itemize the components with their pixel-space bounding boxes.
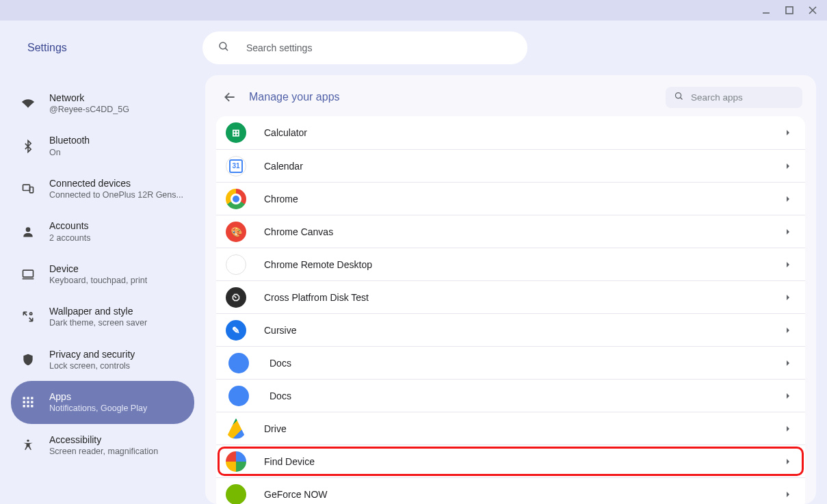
app-icon-geforce-now	[226, 484, 246, 505]
app-row-calendar[interactable]: 31Calendar	[216, 149, 805, 182]
app-row-docs-2[interactable]: Docs	[216, 379, 805, 412]
app-icon-chrome	[226, 189, 246, 209]
back-button[interactable]	[219, 86, 241, 108]
sidebar-item-subtitle: Notifications, Google Play	[49, 403, 147, 414]
svg-rect-17	[31, 401, 33, 403]
svg-rect-18	[23, 405, 25, 407]
chevron-right-icon	[785, 455, 791, 468]
sidebar-item-connected-devices[interactable]: Connected devicesConnected to OnePlus 12…	[11, 168, 194, 210]
svg-rect-7	[30, 187, 34, 193]
svg-rect-6	[23, 185, 30, 190]
connected-devices-icon	[21, 181, 36, 196]
chevron-right-icon	[785, 324, 791, 336]
app-icon-calendar: 31	[226, 156, 246, 176]
app-row-cross-platform-disk-test[interactable]: ⏲Cross Platfrom Disk Test	[216, 280, 805, 313]
svg-rect-20	[31, 405, 33, 407]
privacy-icon	[21, 352, 36, 367]
sidebar-item-wallpaper[interactable]: Wallpaper and styleDark theme, screen sa…	[11, 295, 194, 338]
sidebar-item-subtitle: On	[49, 147, 90, 158]
search-settings-input[interactable]	[246, 42, 512, 53]
svg-line-5	[225, 48, 228, 51]
svg-point-23	[676, 92, 681, 98]
app-name-label: Calculator	[264, 127, 767, 138]
search-apps[interactable]	[666, 87, 802, 108]
sidebar-item-subtitle: @Reyee-sC4DD_5G	[49, 104, 129, 115]
svg-line-24	[681, 97, 683, 99]
search-settings[interactable]	[202, 31, 527, 64]
app-row-docs-1[interactable]: Docs	[216, 346, 805, 379]
svg-rect-19	[27, 405, 29, 407]
sidebar-item-title: Connected devices	[49, 177, 183, 189]
app-row-chrome-canvas[interactable]: 🎨Chrome Canvas	[216, 215, 805, 248]
app-row-calculator[interactable]: ⊞Calculator	[216, 116, 805, 149]
sidebar: Network@Reyee-sC4DD_5GBluetoothOnConnect…	[0, 75, 205, 504]
app-name-label: Cross Platfrom Disk Test	[264, 292, 767, 303]
app-row-chrome-remote-desktop[interactable]: 🖥Chrome Remote Desktop	[216, 248, 805, 280]
app-icon-calculator: ⊞	[226, 122, 246, 143]
sidebar-item-subtitle: Keyboard, touchpad, print	[49, 275, 147, 286]
chevron-right-icon	[785, 390, 791, 402]
chevron-right-icon	[785, 127, 791, 139]
app-icon-chrome-remote-desktop: 🖥	[226, 254, 246, 275]
svg-point-11	[30, 313, 32, 315]
chevron-right-icon	[785, 488, 791, 501]
sidebar-item-bluetooth[interactable]: BluetoothOn	[11, 124, 194, 167]
chevron-right-icon	[785, 160, 791, 172]
app-row-cursive[interactable]: ✎Cursive	[216, 313, 805, 346]
sidebar-item-subtitle: Connected to OnePlus 12R Gens...	[49, 189, 183, 200]
sidebar-item-privacy[interactable]: Privacy and securityLock screen, control…	[11, 339, 194, 381]
app-name-label: Find Device	[264, 456, 767, 467]
svg-point-4	[220, 42, 226, 49]
main-panel: Manage your apps ⊞Calculator31CalendarCh…	[205, 75, 816, 504]
svg-point-21	[27, 439, 29, 441]
sidebar-item-subtitle: Lock screen, controls	[49, 360, 135, 371]
app-name-label: Calendar	[264, 161, 767, 172]
svg-rect-13	[27, 397, 29, 399]
close-button[interactable]	[806, 4, 819, 16]
sidebar-item-subtitle: 2 accounts	[49, 233, 90, 243]
apps-list: ⊞Calculator31CalendarChrome🎨Chrome Canva…	[216, 116, 805, 504]
app-name-label: Chrome	[264, 194, 767, 204]
app-name-label: GeForce NOW	[264, 489, 767, 500]
panel-title: Manage your apps	[249, 91, 340, 103]
svg-rect-12	[23, 397, 25, 399]
app-icon-chrome-canvas: 🎨	[226, 222, 246, 242]
sidebar-item-device[interactable]: DeviceKeyboard, touchpad, print	[11, 253, 194, 295]
accessibility-icon	[21, 438, 36, 453]
chevron-right-icon	[785, 226, 791, 238]
search-apps-input[interactable]	[691, 92, 806, 103]
svg-rect-1	[786, 7, 793, 14]
search-icon	[674, 91, 684, 104]
sidebar-item-apps[interactable]: AppsNotifications, Google Play	[11, 381, 194, 423]
device-icon	[21, 267, 36, 282]
minimize-button[interactable]	[760, 4, 772, 16]
svg-rect-14	[31, 397, 33, 399]
app-name-label: Cursive	[264, 325, 767, 336]
app-row-geforce-now[interactable]: GeForce NOW	[216, 477, 805, 504]
app-icon-docs-2	[228, 386, 249, 406]
sidebar-item-title: Privacy and security	[49, 348, 135, 360]
app-icon-docs-1	[228, 353, 249, 373]
chevron-right-icon	[785, 258, 791, 271]
sidebar-item-accounts[interactable]: Accounts2 accounts	[11, 210, 194, 252]
app-name-label: Drive	[264, 423, 767, 434]
app-row-chrome[interactable]: Chrome	[216, 182, 805, 215]
app-title: Settings	[27, 42, 67, 54]
app-row-find-device[interactable]: Find Device	[216, 445, 805, 477]
app-name-label: Chrome Canvas	[264, 226, 767, 237]
sidebar-item-subtitle: Screen reader, magnification	[49, 446, 158, 457]
chevron-right-icon	[785, 193, 791, 205]
app-name-label: Chrome Remote Desktop	[264, 259, 767, 270]
maximize-button[interactable]	[783, 4, 796, 16]
header: Settings	[0, 21, 827, 75]
app-name-label: Docs	[270, 390, 767, 401]
svg-rect-16	[27, 401, 29, 403]
sidebar-item-title: Wallpaper and style	[49, 305, 147, 317]
app-row-drive[interactable]: Drive	[216, 412, 805, 445]
sidebar-item-subtitle: Dark theme, screen saver	[49, 317, 147, 328]
sidebar-item-accessibility[interactable]: AccessibilityScreen reader, magnificatio…	[11, 424, 194, 466]
svg-point-8	[26, 227, 31, 232]
sidebar-item-network[interactable]: Network@Reyee-sC4DD_5G	[11, 82, 194, 124]
network-icon	[21, 96, 36, 111]
wallpaper-icon	[21, 309, 36, 324]
